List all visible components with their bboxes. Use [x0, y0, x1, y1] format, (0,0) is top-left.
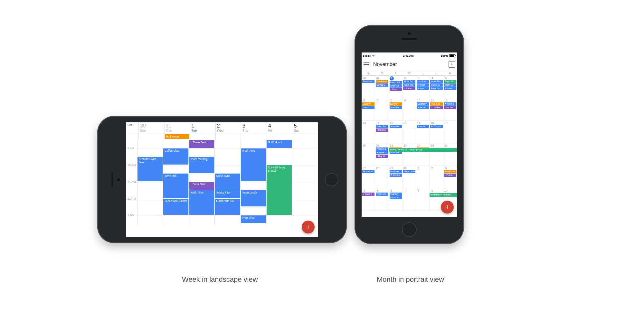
calendar-event[interactable]: Town Hall: [163, 174, 188, 198]
month-cell[interactable]: 5Team Me: [375, 188, 389, 211]
month-cell[interactable]: 29Team Me⚑ Work o: [389, 166, 402, 188]
allday-cell[interactable]: [267, 134, 292, 140]
calendar-event[interactable]: Team Meeting: [189, 157, 214, 173]
allday-cell[interactable]: Halloween: [164, 134, 190, 140]
event-chip[interactable]: ⚑ Work o: [417, 125, 429, 128]
month-cell[interactable]: 28: [375, 166, 389, 188]
month-cell[interactable]: 21Present B⚑ Work o↓ Buy do: [375, 143, 389, 166]
event-chip[interactable]: Aniket Vai: [444, 170, 456, 173]
event-chip[interactable]: Year / An: [376, 125, 388, 128]
event-chip[interactable]: ↓ Send c: [362, 193, 374, 196]
event-chip[interactable]: Town Ha: [390, 84, 402, 88]
calendar-event[interactable]: Lunch with Naiomi: [163, 199, 188, 215]
event-chip[interactable]: ↓ Share: [403, 87, 415, 90]
event-chip[interactable]: ⚑ Work o: [417, 106, 429, 109]
event-chip[interactable]: ⚑ Work o: [362, 170, 374, 173]
calendar-event[interactable]: Prep Time: [241, 215, 266, 223]
calendar-event[interactable]: Quick Sync: [215, 174, 240, 190]
event-chip[interactable]: Veterans: [430, 102, 442, 106]
event-chip[interactable]: Team Me: [376, 193, 388, 196]
month-cell[interactable]: 30Team Offsite: [402, 166, 416, 188]
calendar-event[interactable]: Work Time: [241, 148, 266, 181]
event-chip[interactable]: ⚑ Work o: [444, 102, 456, 106]
calendar-event[interactable]: ↓ Email Salit: [189, 182, 214, 190]
event-chip[interactable]: Roy's Birt: [444, 80, 456, 83]
event-chip[interactable]: Training: [390, 193, 402, 196]
event-chip[interactable]: Quarterly: [417, 102, 429, 106]
menu-icon[interactable]: [364, 62, 369, 66]
month-cell[interactable]: 9: [402, 98, 416, 120]
month-cell[interactable]: 23: [402, 143, 416, 166]
allday-cell[interactable]: [292, 134, 318, 140]
month-cell[interactable]: 16: [402, 121, 416, 143]
calendar-event[interactable]: Team Lunch: [241, 190, 266, 206]
month-cell[interactable]: 4Work TimQuick SyPrep Tim: [430, 76, 443, 98]
month-cell[interactable]: 3Aniket Vai↓ Pick u: [443, 166, 457, 188]
month-cell[interactable]: 11Veterans↓ Call Me: [430, 98, 443, 120]
calendar-event[interactable]: Breakfast with Jess: [137, 157, 163, 181]
month-cell[interactable]: 30Breakfast: [362, 76, 375, 98]
month-cell[interactable]: 3Lunch wiProductAnissa /: [416, 76, 430, 98]
month-cell[interactable]: 7: [375, 98, 389, 120]
month-title[interactable]: November: [373, 62, 397, 67]
month-cell[interactable]: 6TrainingLunch wi: [389, 188, 402, 211]
event-chip[interactable]: Halloween: [376, 80, 388, 83]
month-cell[interactable]: 2: [430, 166, 443, 188]
month-cell[interactable]: 26: [443, 143, 457, 166]
event-chip[interactable]: Team Offsite: [403, 170, 415, 173]
event-chip[interactable]: Prep Tim: [430, 87, 442, 90]
home-button[interactable]: [325, 173, 338, 186]
week-grid[interactable]: 9 AM10 AM11 AM12 PM1 PMBreakfast with Je…: [126, 140, 318, 225]
week-day-header[interactable]: 30Sun: [138, 122, 164, 134]
event-chip[interactable]: Work Tim: [403, 80, 415, 83]
month-cell[interactable]: 19: [443, 121, 457, 143]
month-cell[interactable]: 22Avi SalzTeam Me: [389, 143, 402, 166]
calendar-event[interactable]: Coffee Chat: [163, 148, 188, 165]
month-cell[interactable]: 6DaylightLunch: [362, 98, 375, 120]
event-chip[interactable]: ↓ Grocer: [444, 106, 456, 109]
event-chip[interactable]: Daylight: [362, 102, 374, 106]
event-chip[interactable]: Election: [390, 102, 402, 106]
event-chip[interactable]: ⚑ Work o: [430, 125, 442, 128]
event-chip[interactable]: Lunch wi: [417, 80, 429, 83]
month-cell[interactable]: 1: [416, 166, 430, 188]
allday-cell[interactable]: [215, 134, 241, 140]
month-cell[interactable]: 13: [362, 121, 375, 143]
week-day-header[interactable]: 2Wed: [215, 122, 241, 134]
event-chip[interactable]: Coffee C: [376, 83, 388, 87]
event-chip[interactable]: Team Lu: [444, 83, 456, 87]
event-chip[interactable]: Team Me: [390, 170, 402, 173]
calendar-event[interactable]: ↓ Share Deck: [189, 140, 214, 148]
month-cell[interactable]: 12⚑ Work o↓ Grocer: [443, 98, 457, 120]
event-chip[interactable]: Anissa /: [417, 87, 429, 90]
month-cell[interactable]: 5Roy's BirtTeam Lu⚑ Work o: [443, 76, 457, 98]
event-chip[interactable]: Work Tim: [430, 80, 442, 83]
event-chip[interactable]: ⚑ Work o: [444, 87, 456, 90]
create-event-fab[interactable]: +: [302, 221, 315, 233]
week-day-header[interactable]: 5Sat: [292, 122, 318, 134]
event-chip[interactable]: Product: [417, 83, 429, 87]
event-chip[interactable]: ↓ Call Me: [430, 106, 442, 109]
calendar-event[interactable]: Anissa / Tor: [215, 190, 240, 198]
month-cell[interactable]: 31HalloweenCoffee C: [375, 76, 389, 98]
week-day-header[interactable]: 4Fri: [267, 122, 292, 134]
calendar-event[interactable]: Lunch with Avi: [215, 199, 240, 215]
event-chip[interactable]: Breakfast: [362, 80, 374, 83]
week-day-header[interactable]: 1Tue: [190, 122, 215, 134]
event-chip[interactable]: Team Me: [390, 125, 402, 128]
event-chip-span[interactable]: Weekend in Portland: [430, 193, 457, 197]
week-day-header[interactable]: 31Mon: [164, 122, 190, 134]
allday-cell[interactable]: [241, 134, 267, 140]
month-cell[interactable]: 17⚑ Work o: [416, 121, 430, 143]
allday-cell[interactable]: [138, 134, 164, 140]
event-chip[interactable]: Lunch wit: [390, 81, 402, 84]
month-cell[interactable]: 18⚑ Work o: [430, 121, 443, 143]
month-cell[interactable]: 27⚑ Work o: [362, 166, 375, 188]
event-chip-span[interactable]: Hosting Family for Thanksgiving: [389, 148, 457, 152]
month-grid[interactable]: 30Breakfast31HalloweenCoffee C1Lunch wit…: [362, 76, 457, 211]
event-chip[interactable]: Present B: [376, 147, 388, 151]
month-cell[interactable]: 24Thanksgi: [416, 143, 430, 166]
event-chip[interactable]: Lunch: [362, 106, 374, 109]
event-chip[interactable]: Team Me: [390, 106, 402, 109]
month-cell[interactable]: 15Team Me: [389, 121, 402, 143]
